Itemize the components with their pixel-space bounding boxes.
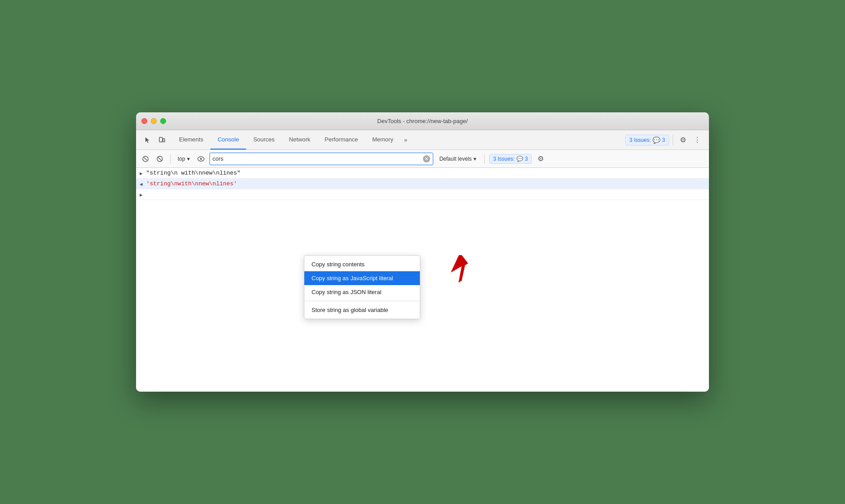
svg-marker-8: [444, 255, 472, 283]
console-issues-badge[interactable]: 3 Issues: 💬 3: [489, 154, 532, 164]
device-toolbar-button[interactable]: [156, 134, 168, 146]
svg-point-7: [200, 158, 202, 160]
menu-item-copy-string-js[interactable]: Copy string as JavaScript literal: [304, 271, 420, 285]
more-tabs-button[interactable]: »: [401, 130, 411, 149]
window-title: DevTools - chrome://new-tab-page/: [377, 118, 468, 124]
clear-console-button[interactable]: [140, 153, 151, 165]
toolbar-divider: [170, 154, 171, 164]
menu-item-store-global[interactable]: Store string as global variable: [304, 303, 420, 317]
console-line-2[interactable]: ◀ 'string\nwith\nnew\nlines': [136, 179, 709, 189]
arrow-svg: [436, 255, 472, 286]
issues-icon: 💬: [653, 137, 660, 144]
cursor-icon: [144, 137, 151, 144]
clear-filter-button[interactable]: ✕: [423, 155, 430, 162]
console-value-2: 'string\nwith\nnew\nlines': [146, 180, 237, 187]
tab-network[interactable]: Network: [282, 130, 318, 149]
search-box: ✕: [209, 153, 433, 165]
devtools-body: Elements Console Sources Network Perform…: [136, 130, 709, 392]
tab-elements[interactable]: Elements: [172, 130, 210, 149]
block-icon: [157, 156, 163, 162]
menu-divider: [304, 301, 420, 301]
collapse-arrow-2[interactable]: ◀: [140, 181, 143, 187]
device-icon: [158, 137, 166, 144]
block-requests-button[interactable]: [154, 153, 166, 165]
minimize-button[interactable]: [151, 118, 157, 124]
traffic-lights: [141, 118, 166, 124]
expand-arrow-1[interactable]: ▶: [140, 171, 143, 176]
toolbar-divider-2: [484, 154, 485, 164]
console-toolbar: top ▾ ✕ Default levels ▾ 3 Issues: 💬: [136, 150, 709, 168]
svg-line-5: [158, 157, 162, 161]
tab-performance[interactable]: Performance: [317, 130, 365, 149]
tab-sources[interactable]: Sources: [246, 130, 282, 149]
close-button[interactable]: [141, 118, 147, 124]
console-line-1: ▶ "string\n with\nnew\nlines": [136, 168, 709, 179]
tab-memory[interactable]: Memory: [365, 130, 401, 149]
menu-item-copy-string-contents[interactable]: Copy string contents: [304, 257, 420, 271]
svg-rect-0: [159, 137, 162, 142]
toolbar-icons: [138, 134, 172, 146]
menu-item-copy-string-json[interactable]: Copy string as JSON literal: [304, 285, 420, 299]
clear-icon: [142, 156, 149, 162]
console-value-1: "string\n with\nnew\nlines": [146, 170, 241, 176]
divider: [673, 135, 673, 145]
tab-right-icons: 3 Issues: 💬 3 ⚙ ⋮: [622, 134, 707, 146]
tab-bar: Elements Console Sources Network Perform…: [136, 130, 709, 150]
filter-input[interactable]: [213, 155, 423, 162]
eye-icon: [197, 156, 205, 162]
tab-console[interactable]: Console: [210, 130, 246, 149]
more-options-button[interactable]: ⋮: [691, 134, 704, 146]
console-content: ▶ "string\n with\nnew\nlines" ◀ 'string\…: [136, 168, 709, 392]
issues-badge[interactable]: 3 Issues: 💬 3: [625, 135, 669, 145]
context-selector[interactable]: top ▾: [175, 154, 192, 163]
maximize-button[interactable]: [160, 118, 166, 124]
tabs: Elements Console Sources Network Perform…: [172, 130, 411, 149]
prompt-arrow[interactable]: ▶: [140, 192, 143, 198]
title-bar: DevTools - chrome://new-tab-page/: [136, 112, 709, 130]
inspect-element-button[interactable]: [141, 134, 154, 146]
console-settings-button[interactable]: ⚙: [534, 153, 547, 165]
svg-line-3: [144, 158, 147, 160]
log-levels-button[interactable]: Default levels ▾: [436, 154, 480, 163]
settings-button[interactable]: ⚙: [677, 134, 689, 146]
svg-rect-1: [163, 139, 165, 142]
console-issues-icon: 💬: [516, 156, 523, 162]
eye-button[interactable]: [195, 153, 207, 165]
context-menu: Copy string contents Copy string as Java…: [304, 255, 420, 319]
devtools-window: DevTools - chrome://new-tab-page/: [136, 112, 709, 392]
console-line-3: ▶: [136, 189, 709, 200]
